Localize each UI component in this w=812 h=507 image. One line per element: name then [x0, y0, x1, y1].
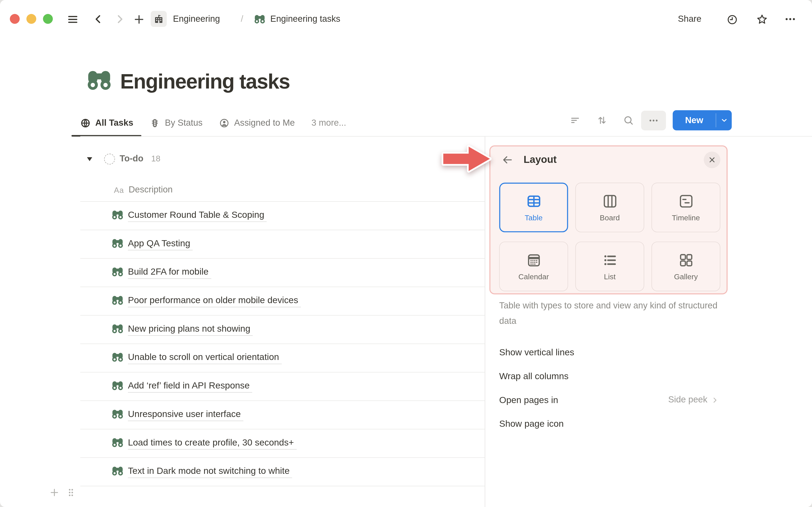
window-titlebar: Engineering / Engineering tasks Share [0, 0, 812, 39]
more-options-icon[interactable] [783, 14, 797, 24]
breadcrumb-separator: / [241, 14, 243, 24]
table-row[interactable]: Unable to scroll on vertical orientation [80, 344, 485, 373]
globe-icon [80, 118, 91, 128]
back-icon[interactable] [92, 13, 105, 25]
drag-handle-icon[interactable] [66, 487, 76, 498]
todo-status-icon [104, 153, 115, 164]
table-rows: Customer Round Table & Scoping App QA Te… [80, 202, 485, 486]
tab-by-status[interactable]: By Status [150, 109, 203, 137]
layout-option-list[interactable]: List [575, 242, 644, 291]
tab-3-more[interactable]: 3 more... [311, 109, 346, 137]
updates-clock-icon[interactable] [726, 13, 738, 25]
page-binoculars-icon [87, 69, 111, 93]
table-row[interactable]: Poor performance on older mobile devices [80, 287, 485, 316]
tab-all-tasks[interactable]: All Tasks [80, 109, 134, 137]
panel-title: Layout [523, 154, 557, 165]
table-row[interactable]: Text in Dark mode not switching to white [80, 458, 485, 486]
layout-description: Table with types to store and view any k… [499, 298, 725, 329]
setting-wrap-all-columns: Wrap all columns [499, 364, 719, 388]
binoculars-icon [112, 409, 123, 420]
group-count: 18 [151, 154, 160, 164]
school-building-icon [153, 13, 164, 24]
binoculars-icon [112, 238, 123, 250]
binoculars-icon [112, 438, 123, 449]
person-icon [219, 118, 230, 128]
new-button-label: New [673, 115, 716, 125]
table-row[interactable]: Add ‘ref’ field in API Response [80, 373, 485, 401]
table-row[interactable]: Load times to create profile, 30 seconds… [80, 430, 485, 458]
close-button[interactable] [10, 14, 20, 24]
new-button[interactable]: New [673, 110, 732, 130]
binoculars-icon [112, 210, 123, 221]
chevron-right-icon [711, 396, 719, 404]
timeline-layout-icon [678, 193, 694, 209]
setting-value[interactable]: Side peek [668, 395, 719, 405]
new-dropdown-icon[interactable] [716, 116, 732, 124]
tab-assigned-to-me[interactable]: Assigned to Me [219, 109, 295, 137]
zoom-button[interactable] [43, 14, 53, 24]
table-row[interactable]: Unresponsive user interface [80, 401, 485, 430]
favorite-star-icon[interactable] [756, 13, 768, 25]
panel-close-icon[interactable] [704, 152, 720, 168]
sidebar-menu-icon[interactable] [66, 13, 79, 26]
group-name[interactable]: To-do [120, 154, 144, 164]
workspace-icon-chip[interactable] [151, 11, 167, 27]
setting-show-vertical-lines: Show vertical lines [499, 340, 719, 364]
calendar-layout-icon [526, 252, 541, 268]
binoculars-icon [112, 295, 123, 307]
layout-option-calendar[interactable]: Calendar [499, 242, 568, 291]
sort-icon[interactable] [597, 115, 607, 126]
forward-icon[interactable] [113, 13, 126, 25]
list-layout-icon [602, 252, 617, 268]
table-row[interactable]: New pricing plans not showing [80, 316, 485, 344]
column-header[interactable]: Aa Description [80, 180, 173, 200]
setting-show-page-icon: Show page icon [499, 412, 719, 436]
group-header: To-do 18 [80, 147, 160, 171]
gallery-layout-icon [678, 252, 694, 268]
traffic-light-icon [150, 118, 160, 128]
breadcrumb-page[interactable]: Engineering tasks [270, 14, 340, 24]
view-options-icon[interactable] [641, 111, 666, 130]
add-row-plus-icon[interactable] [49, 487, 60, 498]
new-page-icon[interactable] [133, 13, 145, 25]
collapse-triangle-icon[interactable] [86, 155, 93, 162]
board-layout-icon [602, 193, 617, 209]
filter-icon[interactable] [570, 115, 580, 126]
binoculars-icon [112, 466, 123, 477]
text-type-icon: Aa [114, 185, 124, 194]
layout-option-board[interactable]: Board [575, 182, 644, 232]
binoculars-icon [254, 14, 265, 24]
minimize-button[interactable] [27, 14, 36, 24]
setting-open-pages-in: Open pages in Side peek [499, 388, 719, 412]
notion-window: Engineering / Engineering tasks Share En… [0, 0, 812, 507]
table-row[interactable]: Customer Round Table & Scoping [80, 202, 485, 230]
layout-option-table[interactable]: Table [499, 182, 568, 232]
table-layout-icon [526, 193, 541, 209]
share-button[interactable]: Share [678, 14, 701, 24]
layout-highlight-box: Layout Table Board Timeline Calendar Lis… [489, 145, 728, 294]
layout-option-timeline[interactable]: Timeline [652, 182, 720, 232]
binoculars-icon [112, 352, 123, 364]
table-row[interactable]: App QA Testing [80, 230, 485, 259]
binoculars-icon [112, 324, 123, 335]
binoculars-icon [112, 381, 123, 392]
search-icon[interactable] [623, 115, 634, 126]
panel-back-icon[interactable] [502, 154, 513, 166]
column-label: Description [129, 185, 172, 195]
page-title[interactable]: Engineering tasks [120, 69, 290, 93]
layout-option-gallery[interactable]: Gallery [652, 242, 720, 291]
view-tabs: All Tasks By Status Assigned to Me 3 mor… [80, 109, 346, 137]
breadcrumb-workspace[interactable]: Engineering [173, 14, 220, 24]
view-settings-panel: Layout Table Board Timeline Calendar Lis… [485, 137, 812, 507]
table-row[interactable]: Build 2FA for mobile [80, 259, 485, 287]
binoculars-icon [112, 267, 123, 278]
